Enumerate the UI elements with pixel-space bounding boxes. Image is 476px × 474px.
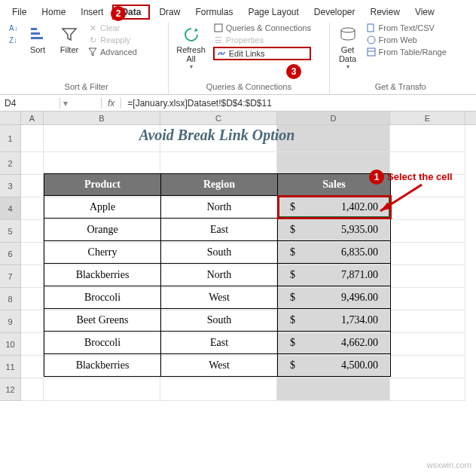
column-headers: A B C D E — [0, 112, 476, 125]
row-header[interactable]: 10 — [0, 333, 21, 356]
cell-product[interactable]: Orange — [44, 219, 161, 241]
cell-region[interactable]: West — [161, 354, 278, 377]
cell-product[interactable]: Broccoli — [44, 332, 161, 354]
tab-file[interactable]: File — [6, 5, 32, 20]
spreadsheet-grid[interactable]: 1 2 3 4 5 6 7 8 9 10 11 12 Avoid Break L… — [0, 125, 476, 401]
sort-label: Sort — [30, 45, 45, 54]
get-data-button[interactable]: Get Data ▾ — [334, 23, 362, 72]
cell-sales[interactable]: $6,835.00 — [278, 241, 391, 264]
formula-input[interactable]: =[January.xlsx]Dataset!$D$4:$D$11 — [121, 98, 476, 109]
properties-icon: ☰ — [213, 35, 224, 45]
from-text-button[interactable]: From Text/CSV — [366, 23, 447, 33]
callout-arrow-icon — [369, 181, 429, 219]
cell-region[interactable]: North — [161, 264, 278, 286]
svg-text:A↓: A↓ — [9, 24, 18, 32]
cell-product[interactable]: Broccoli — [44, 286, 161, 309]
table-row: BroccoliWest$9,496.00 — [44, 286, 391, 309]
row-header[interactable]: 12 — [0, 378, 21, 401]
row-header[interactable]: 8 — [0, 288, 21, 310]
cell-sales[interactable]: $5,935.00 — [278, 219, 391, 241]
tab-draw[interactable]: Draw — [153, 5, 186, 20]
from-web-button[interactable]: From Web — [366, 35, 447, 45]
queries-connections-button[interactable]: Queries & Connections — [213, 23, 311, 33]
row-header[interactable]: 7 — [0, 265, 21, 288]
callout-circle-1: 1 — [369, 170, 384, 185]
watermark: wsxwin.com — [427, 460, 471, 469]
cell-product[interactable]: Apple — [44, 196, 161, 219]
properties-button[interactable]: ☰Properties — [213, 35, 311, 45]
svg-rect-9 — [368, 48, 375, 56]
callout-select-cell: Select the cell — [387, 171, 453, 182]
tab-insert[interactable]: Insert — [75, 5, 109, 20]
col-header-b[interactable]: B — [44, 112, 160, 124]
clear-button[interactable]: ✕Clear — [87, 23, 137, 33]
cell-region[interactable]: North — [161, 196, 278, 219]
name-box[interactable]: D4 — [0, 98, 60, 109]
cell-region[interactable]: South — [161, 241, 278, 264]
th-product: Product — [44, 174, 161, 196]
edit-links-button[interactable]: Edit Links — [216, 48, 265, 59]
ribbon-group-sort-filter: A↓ Z↓ Sort Filter ✕Clear ↻Reapply Advanc… — [5, 23, 169, 94]
cell-region[interactable]: West — [161, 286, 278, 309]
svg-point-6 — [341, 28, 355, 32]
cell-product[interactable]: Beet Greens — [44, 309, 161, 332]
advanced-button[interactable]: Advanced — [87, 47, 137, 57]
svg-rect-5 — [215, 24, 222, 32]
sort-button[interactable]: Sort — [24, 23, 51, 56]
sort-asc-icon[interactable]: A↓ — [9, 23, 20, 33]
name-box-dropdown-icon[interactable]: ▾ — [60, 98, 71, 109]
fx-icon[interactable]: fx — [101, 98, 121, 109]
row-header[interactable]: 4 — [0, 197, 21, 220]
svg-point-8 — [368, 36, 375, 44]
table-row: BroccoliEast$4,662.00 — [44, 332, 391, 354]
sort-icon — [27, 24, 48, 45]
sheet-title: Avoid Break Link Option — [44, 127, 390, 144]
row-header[interactable]: 11 — [0, 356, 21, 378]
sort-desc-icon[interactable]: Z↓ — [9, 35, 20, 45]
row-header[interactable]: 9 — [0, 310, 21, 333]
filter-button[interactable]: Filter — [56, 23, 83, 56]
row-header[interactable]: 6 — [0, 243, 21, 265]
tab-view[interactable]: View — [409, 5, 441, 20]
from-web-icon — [366, 35, 377, 45]
cell-sales[interactable]: $4,662.00 — [278, 332, 391, 354]
cell-product[interactable]: Blackberries — [44, 354, 161, 377]
row-header[interactable]: 3 — [0, 175, 21, 197]
tab-page-layout[interactable]: Page Layout — [242, 5, 304, 20]
row-header[interactable]: 5 — [0, 220, 21, 243]
col-header-d[interactable]: D — [277, 112, 390, 124]
cell-region[interactable]: East — [161, 219, 278, 241]
cell-product[interactable]: Cherry — [44, 241, 161, 264]
menu-tabs: File Home Insert Data Draw Formulas Page… — [0, 0, 476, 20]
filter-label: Filter — [60, 45, 78, 54]
advanced-icon — [87, 47, 98, 57]
callout-circle-2: 2 — [111, 6, 126, 21]
cell-sales[interactable]: $1,734.00 — [278, 309, 391, 332]
cell-region[interactable]: South — [161, 309, 278, 332]
from-text-icon — [366, 23, 377, 33]
col-header-c[interactable]: C — [160, 112, 277, 124]
cell-sales[interactable]: $7,871.00 — [278, 264, 391, 286]
row-header[interactable]: 1 — [0, 125, 21, 152]
select-all-cell[interactable] — [0, 112, 21, 124]
refresh-all-button[interactable]: Refresh All ▾ — [173, 23, 209, 72]
th-region: Region — [161, 174, 278, 196]
refresh-label: Refresh All — [176, 45, 206, 63]
cell-sales[interactable]: $9,496.00 — [278, 286, 391, 309]
cell-sales[interactable]: $4,500.00 — [278, 354, 391, 377]
cell-product[interactable]: Blackberries — [44, 264, 161, 286]
col-header-a[interactable]: A — [21, 112, 44, 124]
reapply-button[interactable]: ↻Reapply — [87, 35, 137, 45]
from-table-button[interactable]: From Table/Range — [366, 47, 447, 57]
svg-text:Z↓: Z↓ — [9, 36, 17, 44]
cell-region[interactable]: East — [161, 332, 278, 354]
row-header[interactable]: 2 — [0, 152, 21, 175]
tab-home[interactable]: Home — [35, 5, 72, 20]
tab-formulas[interactable]: Formulas — [189, 5, 239, 20]
tab-developer[interactable]: Developer — [308, 5, 362, 20]
svg-rect-2 — [31, 28, 37, 30]
tab-review[interactable]: Review — [365, 5, 406, 20]
from-table-icon — [366, 47, 377, 57]
formula-bar-row: D4 ▾ fx =[January.xlsx]Dataset!$D$4:$D$1… — [0, 95, 476, 112]
col-header-e[interactable]: E — [390, 112, 465, 124]
